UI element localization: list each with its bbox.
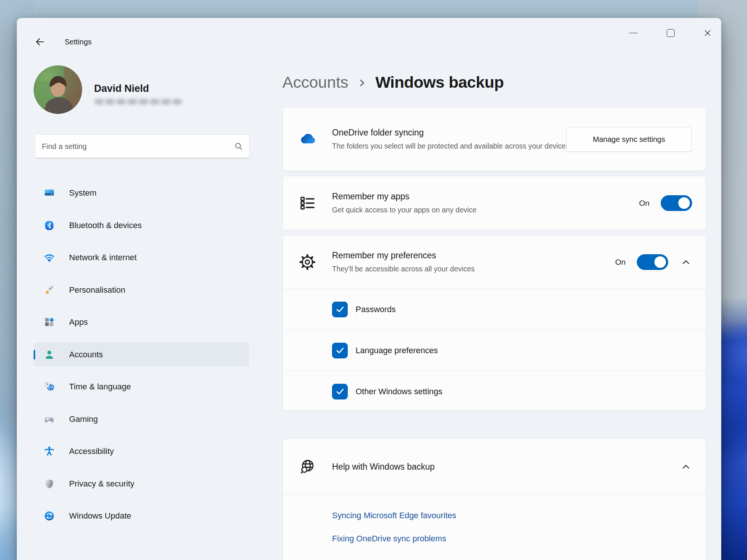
- checkbox-language-preferences[interactable]: [332, 343, 348, 358]
- maximize-icon: [667, 29, 675, 37]
- sidebar-item-update[interactable]: Windows Update: [34, 504, 249, 528]
- checkmark-icon: [335, 304, 345, 314]
- user-email-redacted: [94, 99, 183, 105]
- sidebar-item-label: Windows Update: [69, 511, 131, 521]
- settings-window: Settings: [17, 18, 721, 560]
- remember-apps-title: Remember my apps: [332, 191, 477, 202]
- sidebar-item-bluetooth[interactable]: Bluetooth & devices: [34, 214, 249, 237]
- search-icon[interactable]: [234, 142, 243, 151]
- user-name: David Nield: [94, 81, 149, 96]
- breadcrumb: Accounts Windows backup: [282, 70, 504, 94]
- preference-row-passwords: Passwords: [283, 289, 706, 330]
- toggle-knob: [654, 256, 666, 268]
- onedrive-sync-card: OneDrive folder syncing The folders you …: [282, 107, 706, 171]
- sidebar-item-system[interactable]: System: [34, 181, 249, 205]
- page-title: Windows backup: [375, 73, 504, 91]
- sidebar-item-label: Apps: [69, 317, 88, 327]
- chevron-right-icon: [357, 78, 367, 88]
- remember-apps-card: Remember my apps Get quick access to you…: [282, 176, 706, 230]
- close-icon: [703, 29, 712, 37]
- sidebar-item-privacy[interactable]: Privacy & security: [34, 472, 249, 496]
- remember-preferences-description: They'll be accessible across all your de…: [332, 263, 475, 274]
- minimize-button[interactable]: [623, 25, 644, 41]
- checkbox-label: Other Windows settings: [356, 387, 442, 396]
- sidebar-item-label: Accounts: [69, 350, 103, 360]
- sidebar-item-accounts[interactable]: Accounts: [34, 343, 249, 367]
- help-link[interactable]: Fixing OneDrive sync problems: [332, 531, 446, 546]
- system-icon: [44, 187, 55, 199]
- sidebar-item-gaming[interactable]: Gaming: [34, 407, 249, 431]
- onedrive-card-title: OneDrive folder syncing: [332, 127, 569, 138]
- manage-sync-settings-button[interactable]: Manage sync settings: [566, 127, 692, 152]
- help-collapse-button[interactable]: [679, 460, 692, 473]
- desktop: { "titlebar": { "app_title": "Settings" …: [0, 0, 747, 560]
- sidebar-item-label: Gaming: [69, 414, 98, 424]
- preference-row-other-windows-settings: Other Windows settings: [283, 371, 706, 412]
- apps-icon: [44, 317, 55, 328]
- time-icon: [44, 381, 55, 392]
- remember-apps-toggle-state: On: [639, 199, 650, 208]
- remember-preferences-title: Remember my preferences: [332, 250, 475, 261]
- network-icon: [44, 252, 55, 263]
- avatar[interactable]: [34, 65, 82, 114]
- sidebar: David Nield SystemBluetooth & devicesNet…: [27, 18, 249, 560]
- checkbox-other-windows-settings[interactable]: [332, 384, 348, 399]
- sidebar-item-apps[interactable]: Apps: [34, 310, 249, 334]
- search-box: [35, 134, 249, 158]
- privacy-icon: [44, 478, 55, 489]
- globe-search-icon: [298, 458, 316, 475]
- accessibility-icon: [44, 446, 55, 457]
- sidebar-item-personalisation[interactable]: Personalisation: [34, 278, 249, 302]
- accounts-icon: [44, 349, 55, 360]
- sidebar-nav: SystemBluetooth & devicesNetwork & inter…: [27, 181, 249, 536]
- checkmark-icon: [335, 386, 345, 396]
- gear-icon: [298, 253, 316, 271]
- close-button[interactable]: [697, 25, 718, 41]
- bluetooth-icon: [44, 220, 55, 231]
- sidebar-item-label: Personalisation: [69, 285, 125, 295]
- apps-list-icon: [298, 195, 316, 212]
- remember-preferences-toggle[interactable]: [637, 254, 668, 270]
- toggle-knob: [678, 197, 690, 209]
- sidebar-item-label: System: [69, 188, 96, 198]
- collapse-button[interactable]: [679, 256, 692, 268]
- checkbox-label: Language preferences: [356, 346, 438, 355]
- help-card-title: Help with Windows backup: [332, 461, 435, 472]
- sidebar-item-time[interactable]: Time & language: [34, 375, 249, 399]
- help-link[interactable]: Syncing Microsoft Edge favourites: [332, 508, 456, 523]
- breadcrumb-accounts[interactable]: Accounts: [282, 73, 348, 91]
- help-links: Syncing Microsoft Edge favouritesFixing …: [283, 494, 706, 546]
- minimize-icon: [629, 33, 638, 33]
- onedrive-card-description: The folders you select will be protected…: [332, 140, 569, 152]
- checkbox-label: Passwords: [356, 305, 396, 314]
- help-card: Help with Windows backup Syncing Microso…: [282, 439, 706, 560]
- preference-row-language-preferences: Language preferences: [283, 330, 706, 371]
- sidebar-item-label: Privacy & security: [69, 479, 134, 489]
- maximize-button[interactable]: [660, 25, 681, 41]
- checkbox-passwords[interactable]: [332, 302, 348, 317]
- remember-preferences-toggle-state: On: [615, 258, 626, 267]
- sidebar-item-label: Network & internet: [69, 253, 137, 262]
- help-header: Help with Windows backup: [283, 439, 706, 494]
- sidebar-item-label: Accessibility: [69, 447, 114, 456]
- sidebar-item-accessibility[interactable]: Accessibility: [34, 439, 249, 463]
- search-input[interactable]: [35, 135, 249, 158]
- onedrive-cloud-icon: [298, 133, 316, 146]
- preferences-options: PasswordsLanguage preferencesOther Windo…: [283, 289, 706, 412]
- remember-preferences-header: Remember my preferences They'll be acces…: [283, 236, 706, 289]
- update-icon: [44, 510, 55, 522]
- remember-preferences-card: Remember my preferences They'll be acces…: [282, 235, 706, 411]
- sidebar-item-label: Bluetooth & devices: [69, 221, 142, 230]
- remember-apps-toggle[interactable]: [661, 195, 692, 211]
- checkmark-icon: [335, 345, 345, 355]
- remember-apps-description: Get quick access to your apps on any dev…: [332, 204, 477, 215]
- sidebar-item-label: Time & language: [69, 382, 131, 392]
- gaming-icon: [44, 414, 55, 425]
- personalisation-icon: [44, 284, 55, 296]
- sidebar-item-network[interactable]: Network & internet: [34, 246, 249, 270]
